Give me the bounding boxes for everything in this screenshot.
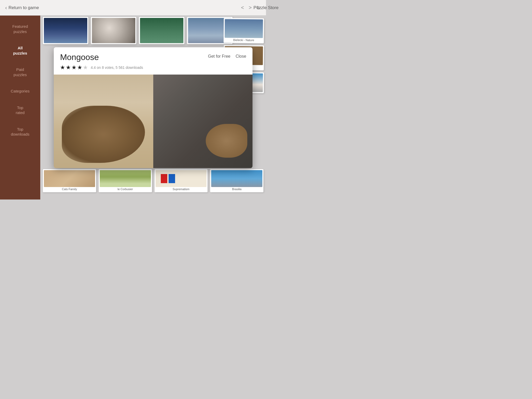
star-4: ★	[77, 64, 82, 71]
star-1: ★	[60, 64, 65, 71]
star-rating: ★ ★ ★ ★ ★	[60, 64, 88, 71]
mongoose-modal: Mongoose ★ ★ ★ ★ ★ 4.4 on 8 votes, 5 561…	[54, 47, 252, 168]
sidebar-featured-label: Featuredpuzzles	[12, 24, 28, 34]
modal-images	[54, 75, 252, 168]
back-label[interactable]: Return to game	[9, 5, 39, 10]
sidebar: Featuredpuzzles Allpuzzles Paidpuzzles C…	[0, 16, 40, 200]
modal-overlay: Mongoose ★ ★ ★ ★ ★ 4.4 on 8 votes, 5 561…	[40, 16, 266, 200]
page-title: Puzzle Store	[254, 5, 266, 10]
sidebar-all-label: Allpuzzles	[13, 46, 27, 55]
mongoose-main-image-right	[153, 75, 252, 168]
modal-actions: Get for Free Close	[208, 52, 246, 59]
sidebar-item-all[interactable]: Allpuzzles	[0, 40, 40, 61]
modal-title: Mongoose	[60, 52, 208, 62]
sidebar-item-featured[interactable]: Featuredpuzzles	[0, 18, 40, 40]
sidebar-item-top-downloads[interactable]: Topdownloads	[0, 121, 40, 143]
app-header: ‹ Return to game Puzzle Store < > ↻	[0, 0, 266, 16]
back-chevron-icon: ‹	[5, 5, 7, 11]
sidebar-item-top-rated[interactable]: Toprated	[0, 99, 40, 121]
star-3: ★	[71, 64, 77, 71]
main-layout: Featuredpuzzles Allpuzzles Paidpuzzles C…	[0, 16, 266, 200]
rating-text: 4.4 on 8 votes, 5 561 downloads	[91, 65, 143, 70]
mongoose-rock-image	[153, 75, 252, 168]
sidebar-top-downloads-label: Topdownloads	[11, 127, 30, 137]
sidebar-item-paid[interactable]: Paidpuzzles	[0, 61, 40, 83]
nav-next-button[interactable]: >	[249, 5, 252, 11]
mongoose-playing-image	[54, 75, 153, 168]
modal-title-section: Mongoose ★ ★ ★ ★ ★ 4.4 on 8 votes, 5 561…	[60, 52, 208, 71]
content-area: Bielecki - Nature Mongoose Cats Family l…	[40, 16, 266, 200]
sidebar-paid-label: Paidpuzzles	[14, 67, 27, 77]
sidebar-item-categories[interactable]: Categories	[0, 83, 40, 99]
close-modal-button[interactable]: Close	[236, 54, 246, 59]
modal-rating: ★ ★ ★ ★ ★ 4.4 on 8 votes, 5 561 download…	[60, 64, 208, 71]
get-for-free-button[interactable]: Get for Free	[208, 54, 230, 59]
sidebar-top-rated-label: Toprated	[16, 105, 24, 115]
star-2: ★	[66, 64, 71, 71]
modal-header: Mongoose ★ ★ ★ ★ ★ 4.4 on 8 votes, 5 561…	[54, 47, 252, 75]
star-5: ★	[83, 64, 88, 71]
nav-prev-button[interactable]: <	[241, 5, 244, 11]
mongoose-main-image-left	[54, 75, 153, 168]
sidebar-categories-label: Categories	[11, 89, 30, 93]
back-nav[interactable]: ‹ Return to game	[5, 5, 39, 11]
